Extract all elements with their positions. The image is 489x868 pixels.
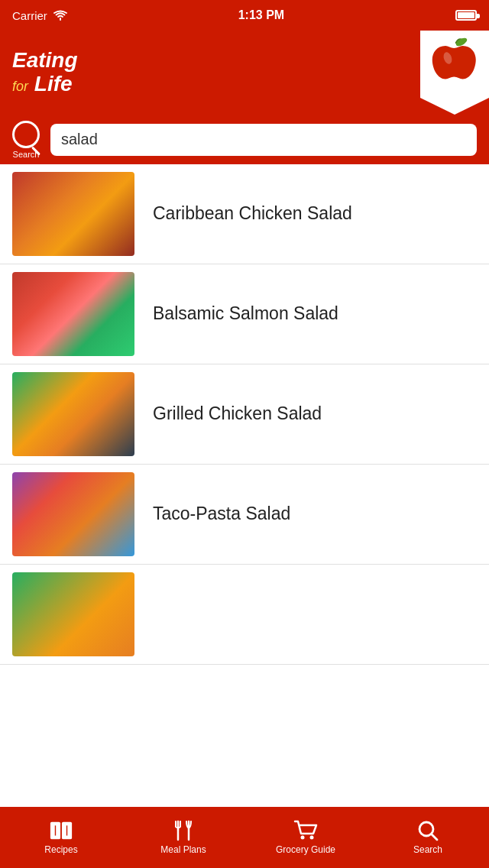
- recipe-thumb-5: [12, 572, 134, 656]
- search-bar: Search: [0, 115, 489, 164]
- tab-bar: Recipes Meal Plans Grocery Guide: [0, 807, 489, 868]
- tab-meal-plans-label: Meal Plans: [160, 844, 206, 855]
- tab-search-label: Search: [413, 844, 442, 855]
- recipe-name-4: Taco-Pasta Salad: [153, 503, 290, 526]
- search-input[interactable]: [50, 124, 477, 156]
- tab-meal-plans[interactable]: Meal Plans: [122, 814, 244, 861]
- status-bar: Carrier 1:13 PM: [0, 0, 489, 31]
- battery-icon: [455, 10, 477, 21]
- search-tab-icon: [416, 820, 440, 841]
- svg-line-12: [432, 834, 437, 840]
- search-button[interactable]: Search: [12, 121, 40, 159]
- status-right: [455, 10, 477, 21]
- status-left: Carrier: [12, 9, 67, 22]
- recipe-thumb-3: [12, 372, 134, 456]
- tab-search[interactable]: Search: [367, 814, 489, 861]
- recipe-item-2[interactable]: Balsamic Salmon Salad: [0, 264, 489, 364]
- recipe-item-5[interactable]: [0, 565, 489, 665]
- recipe-name-3: Grilled Chicken Salad: [153, 403, 322, 426]
- recipe-item-4[interactable]: Taco-Pasta Salad: [0, 465, 489, 565]
- status-time: 1:13 PM: [238, 8, 284, 22]
- recipe-name-1: Caribbean Chicken Salad: [153, 202, 352, 225]
- grocery-guide-icon: [293, 820, 318, 841]
- tab-grocery-guide[interactable]: Grocery Guide: [244, 814, 367, 861]
- apple-icon: [429, 37, 480, 98]
- meal-plans-icon: [171, 820, 196, 841]
- svg-point-10: [310, 836, 314, 840]
- recipe-thumb-1: [12, 172, 134, 256]
- recipe-item-1[interactable]: Caribbean Chicken Salad: [0, 164, 489, 264]
- recipe-thumb-2: [12, 272, 134, 356]
- tab-recipes-label: Recipes: [44, 844, 77, 855]
- recipe-thumb-4: [12, 472, 134, 556]
- recipe-item-3[interactable]: Grilled Chicken Salad: [0, 364, 489, 465]
- app-header: Eatingfor Life: [0, 31, 489, 115]
- app-logo: Eatingfor Life: [12, 49, 78, 96]
- recipe-name-2: Balsamic Salmon Salad: [153, 303, 338, 326]
- wifi-icon: [53, 10, 67, 21]
- recipes-icon: [49, 820, 73, 841]
- search-icon: [12, 121, 40, 148]
- carrier-label: Carrier: [12, 9, 47, 22]
- svg-point-9: [301, 836, 305, 840]
- recipe-list: Caribbean Chicken Salad Balsamic Salmon …: [0, 164, 489, 807]
- tab-grocery-guide-label: Grocery Guide: [276, 844, 335, 855]
- apple-badge: [420, 31, 489, 115]
- tab-recipes[interactable]: Recipes: [0, 814, 122, 861]
